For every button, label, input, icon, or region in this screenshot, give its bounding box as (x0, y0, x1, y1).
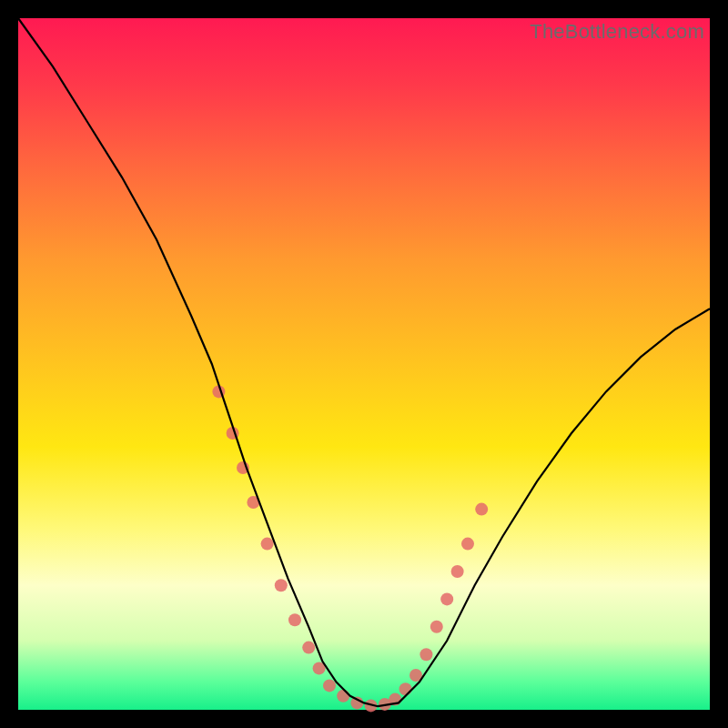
highlighted-point (261, 538, 274, 551)
bottleneck-curve (18, 18, 710, 706)
watermark-text: TheBottleneck.com (530, 20, 704, 44)
highlighted-point (461, 538, 474, 551)
highlighted-point (475, 503, 488, 516)
highlighted-point (302, 642, 315, 654)
highlighted-point (430, 621, 443, 633)
highlighted-point (440, 592, 453, 605)
highlighted-point (323, 679, 336, 692)
highlighted-points-group (212, 385, 488, 712)
highlighted-point (288, 613, 301, 626)
highlighted-point (399, 682, 412, 695)
highlighted-point (451, 565, 464, 578)
chart-svg (18, 18, 710, 710)
highlighted-point (337, 690, 349, 703)
highlighted-point (420, 648, 432, 661)
highlighted-point (275, 579, 288, 592)
chart-frame: TheBottleneck.com (18, 18, 710, 710)
